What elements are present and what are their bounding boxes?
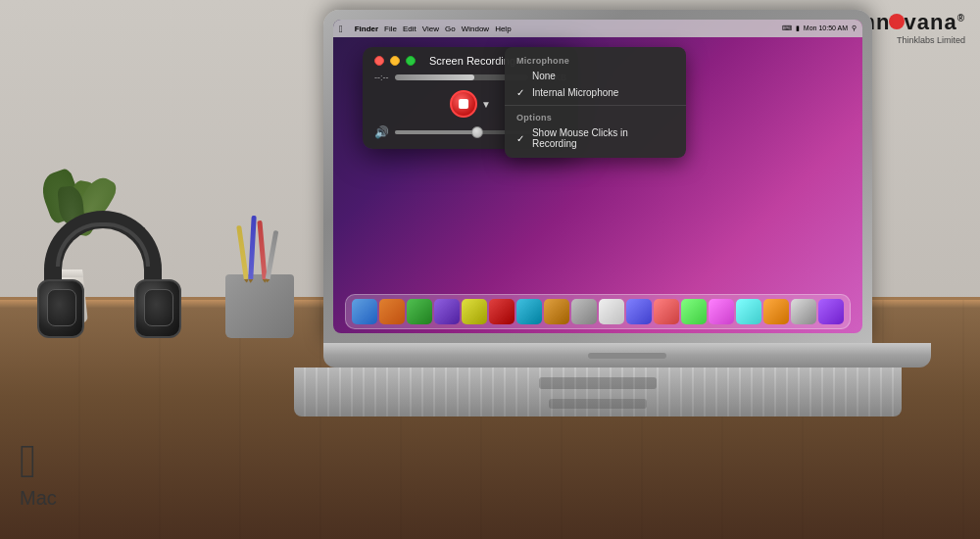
microphone-dropdown: Microphone None ✓ Internal Microphone Op… (505, 47, 686, 158)
dock-icon-9[interactable] (571, 299, 597, 324)
menu-window[interactable]: Window (462, 24, 489, 33)
traffic-light-maximize[interactable] (406, 56, 416, 66)
dock-icon-5[interactable] (462, 299, 487, 324)
dropdown-divider (505, 105, 686, 106)
checkmark-icon-2: ✓ (516, 133, 526, 144)
dock-icon-11[interactable] (626, 299, 652, 324)
dock-icon-8[interactable] (544, 299, 569, 324)
dock-icon-3[interactable] (407, 299, 432, 324)
laptop:  Finder File Edit View Go Window Help ⌨… (294, 10, 902, 402)
dialog-title: Screen Recording (429, 55, 515, 67)
show-mouse-clicks-label: Show Mouse Clicks in Recording (532, 127, 674, 149)
checkmark-icon: ✓ (516, 87, 526, 98)
dock-icon-15[interactable] (736, 299, 761, 324)
macos-dock (345, 294, 851, 329)
menu-file[interactable]: File (384, 24, 397, 33)
dock-icon-2[interactable] (379, 299, 405, 324)
record-button[interactable] (450, 90, 477, 118)
menu-go[interactable]: Go (445, 24, 456, 33)
laptop-hinge (323, 343, 931, 368)
dock-icon-7[interactable] (516, 299, 542, 324)
microphone-none-label: None (532, 71, 556, 81)
dock-icon-16[interactable] (763, 299, 789, 324)
mac-label: Mac (20, 487, 57, 510)
traffic-light-close[interactable] (374, 56, 384, 66)
microphone-none-item[interactable]: None (505, 68, 686, 84)
dock-icon-12[interactable] (654, 299, 679, 324)
record-button-icon (459, 99, 468, 109)
apple-mac-section:  Mac (20, 438, 57, 510)
volume-icon: 🔊 (374, 125, 389, 139)
microphone-internal-label: Internal Microphone (532, 87, 618, 98)
laptop-screen:  Finder File Edit View Go Window Help ⌨… (333, 20, 862, 333)
dock-icon-18[interactable] (818, 299, 844, 324)
headphones (20, 201, 196, 397)
brand-name-vana: vana (904, 10, 956, 34)
dock-icon-6[interactable] (489, 299, 514, 324)
menu-finder[interactable]: Finder (355, 24, 378, 33)
options-section-label: Options (505, 110, 686, 124)
pencil-cup (225, 250, 294, 338)
apple-menu-icon:  (339, 24, 343, 34)
menubar-time: Mon 10:50 AM (804, 24, 848, 32)
volume-knob[interactable] (471, 126, 483, 138)
menu-items: Finder File Edit View Go Window Help (355, 24, 512, 33)
progress-fill (395, 74, 475, 80)
dock-icon-14[interactable] (709, 299, 734, 324)
trackpad[interactable] (549, 399, 647, 409)
headphones-left-cup (37, 279, 84, 338)
dock-icon-10[interactable] (599, 299, 624, 324)
menu-edit[interactable]: Edit (403, 24, 416, 33)
show-mouse-clicks-item[interactable]: ✓ Show Mouse Clicks in Recording (505, 124, 686, 152)
traffic-light-minimize[interactable] (390, 56, 400, 66)
menubar-battery: ▮ (796, 24, 800, 32)
dock-icon-1[interactable] (352, 299, 377, 324)
recording-time: --:-- (374, 73, 389, 82)
menu-view[interactable]: View (422, 24, 439, 33)
menubar-right: ⌨ ▮ Mon 10:50 AM ⚲ (782, 24, 857, 32)
laptop-screen-outer:  Finder File Edit View Go Window Help ⌨… (323, 10, 872, 343)
brand-subtitle: Thinklabs Limited (897, 35, 965, 45)
dock-icon-4[interactable] (434, 299, 460, 324)
apple-logo-icon:  (20, 438, 37, 485)
brand-reg: ® (957, 13, 965, 24)
microphone-internal-item[interactable]: ✓ Internal Microphone (505, 84, 686, 101)
dropdown-arrow-icon[interactable]: ▼ (481, 99, 491, 110)
headphones-right-cup (134, 279, 181, 338)
menubar-search[interactable]: ⚲ (852, 24, 857, 32)
menu-help[interactable]: Help (495, 24, 511, 33)
dock-icon-17[interactable] (791, 299, 816, 324)
pencil-cup-body (225, 274, 294, 338)
macos-menubar:  Finder File Edit View Go Window Help ⌨… (333, 20, 862, 37)
menubar-wifi: ⌨ (782, 24, 792, 32)
laptop-keyboard (294, 368, 902, 416)
microphone-section-label: Microphone (505, 53, 686, 68)
volume-fill (395, 130, 481, 134)
dock-icon-13[interactable] (681, 299, 707, 324)
